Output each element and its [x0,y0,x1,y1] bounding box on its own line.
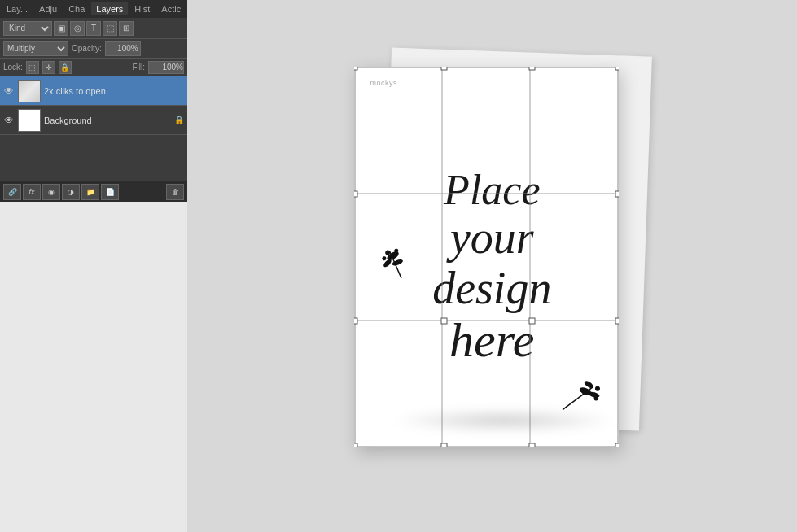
kind-select[interactable]: Kind [3,21,52,36]
svg-rect-22 [615,67,619,70]
fill-input[interactable] [148,61,184,74]
tab-adjustments[interactable]: Adju [34,2,62,15]
svg-rect-31 [529,443,535,447]
layers-list: 👁 2x cliks to open 👁 Background 🔒 [0,76,187,181]
fill-label: Fill: [132,63,145,72]
blend-opacity-row: Multiply Normal Screen Opacity: [0,39,187,59]
new-layer-button[interactable]: 📄 [101,184,119,200]
blend-mode-select[interactable]: Multiply Normal Screen [3,41,68,56]
filter-type-icon[interactable]: T [86,21,101,36]
svg-rect-21 [529,67,535,70]
svg-rect-25 [354,318,357,324]
svg-rect-20 [441,67,447,70]
opacity-label: Opacity: [72,44,102,53]
svg-rect-28 [615,318,619,324]
layer-name: 2x cliks to open [44,86,184,96]
tab-layers[interactable]: Layers [91,2,128,15]
svg-rect-24 [615,191,619,197]
tab-layers-lay[interactable]: Lay... [2,2,33,15]
svg-rect-26 [441,318,447,324]
delete-layer-button[interactable]: 🗑 [166,184,184,200]
svg-rect-18 [355,68,618,447]
svg-rect-29 [354,443,357,447]
transform-grid [354,67,619,447]
layer-visibility-icon[interactable]: 👁 [3,115,15,126]
layer-actions-bar: 🔗 fx ◉ ◑ 📁 📄 🗑 [0,181,187,202]
tab-history[interactable]: Hist [129,2,155,15]
adjustment-button[interactable]: ◑ [62,184,80,200]
card-wrapper: mockys [354,67,631,465]
panel-tabs: Lay... Adju Cha Layers Hist Actic ≡ [0,0,187,18]
filter-smart-icon[interactable]: ⊞ [119,21,134,36]
svg-rect-30 [441,443,447,447]
layer-lock-icon: 🔒 [174,116,184,124]
tab-channels[interactable]: Cha [63,2,90,15]
add-mask-button[interactable]: ◉ [42,184,60,200]
lock-pixels-icon[interactable]: ⬚ [26,61,39,74]
layer-item[interactable]: 👁 Background 🔒 [0,106,187,135]
lock-fill-row: Lock: ⬚ ✛ 🔒 Fill: [0,59,187,76]
filter-toolbar: Kind ▣ ◎ T ⬚ ⊞ [0,18,187,39]
svg-rect-27 [529,318,535,324]
new-group-button[interactable]: 📁 [81,184,99,200]
opacity-input[interactable] [105,41,141,56]
layers-panel: Lay... Adju Cha Layers Hist Actic ≡ Kind… [0,0,187,202]
svg-rect-32 [615,443,619,447]
card-face: mockys [354,67,619,447]
ground-shadow [390,408,618,433]
svg-rect-23 [354,191,357,197]
lock-all-icon[interactable]: 🔒 [59,61,72,74]
filter-shape-icon[interactable]: ⬚ [103,21,117,36]
filter-adjust-icon[interactable]: ◎ [70,21,85,36]
layer-visibility-icon[interactable]: 👁 [3,85,15,97]
layer-name: Background [44,116,171,125]
svg-rect-19 [354,67,357,70]
layer-thumbnail [18,80,41,102]
filter-pixel-icon[interactable]: ▣ [54,21,68,36]
layer-thumbnail [18,109,41,132]
add-style-button[interactable]: fx [23,184,41,200]
tab-actions[interactable]: Actic [156,2,186,15]
link-layers-button[interactable]: 🔗 [3,184,21,200]
lock-label: Lock: [3,63,23,72]
canvas-area: mockys [187,0,797,532]
layer-item[interactable]: 👁 2x cliks to open [0,76,187,106]
lock-position-icon[interactable]: ✛ [42,61,55,74]
